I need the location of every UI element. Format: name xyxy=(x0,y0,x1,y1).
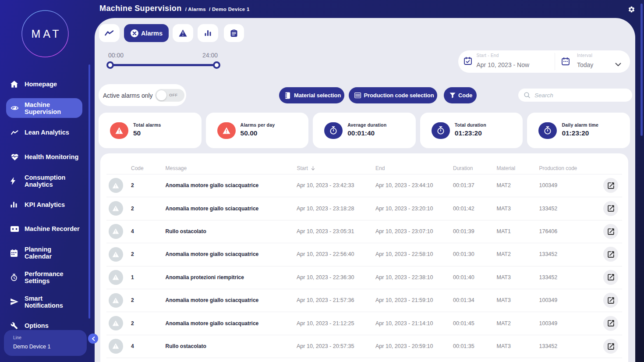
svg-text:MAT: MAT xyxy=(32,28,62,40)
